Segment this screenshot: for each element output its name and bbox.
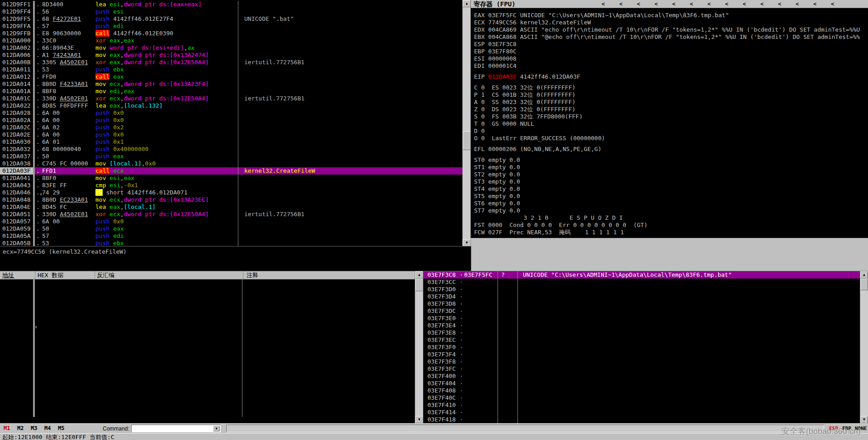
- tab-m4[interactable]: M4: [44, 425, 51, 431]
- register-line[interactable]: ST5 empty 0.0: [474, 193, 868, 200]
- dump-row[interactable]: 012E102929A1 17602973sub dword ptr ds:[e…: [0, 402, 415, 410]
- tab-m3[interactable]: M3: [31, 425, 37, 431]
- disasm-row[interactable]: 012DA032.68 00000040push 0x40000000: [0, 146, 463, 153]
- dump-scroll-thumb[interactable]: [415, 279, 423, 291]
- dump-row[interactable]: 012E101D0000add byte ptr ds:[eax],al: [0, 374, 415, 381]
- dump-scrollbar[interactable]: ▲ ▼: [415, 271, 423, 423]
- disasm-row[interactable]: 012DA037.50push eax: [0, 153, 463, 160]
- dump-row[interactable]: 012E101F0090 16742F64add byte ptr ds:[ea…: [0, 381, 415, 388]
- disasm-row[interactable]: 012DA046.∨74 29je short 4142ff46.012DA07…: [0, 189, 463, 196]
- chevron-left-icon[interactable]: <: [602, 1, 605, 7]
- register-line[interactable]: ST1 empty 0.0: [474, 164, 868, 171]
- scroll-up-icon[interactable]: ▲: [463, 0, 471, 7]
- stack-scrollbar[interactable]: ▲ ▼: [860, 271, 868, 423]
- chevron-left-icon[interactable]: <: [760, 1, 764, 7]
- dump-row[interactable]: 012E10000C 00or al,0x0: [0, 279, 415, 287]
- register-line[interactable]: ST4 empty 0.0: [474, 185, 868, 193]
- disasm-row[interactable]: 012DA05B.53push ebx: [0, 240, 463, 246]
- disassembly-pane[interactable]: 012D9FF1.8D3400lea esi,dword ptr ds:[eax…: [0, 0, 463, 246]
- disasm-row[interactable]: 012DA051.330D A4502E01xor ecx,dword ptr …: [0, 211, 463, 218]
- dropdown-arrow-icon[interactable]: ▼: [213, 426, 220, 431]
- dump-header-hex[interactable]: HEX 数据: [38, 271, 63, 279]
- hex-dump-pane[interactable]: 地址 HEX 数据 反汇编 注释 012E10000C 00or al,0x00…: [0, 271, 415, 423]
- disasm-row[interactable]: 012DA041.8BF0mov esi,eax: [0, 175, 463, 182]
- disasm-row[interactable]: 012DA006.A1 74243A01mov eax,dword ptr ds…: [0, 52, 463, 59]
- registers-pane[interactable]: 寄存器 (FPU) <<<<<<<<<<<<<< EAX 03E7F5FC UN…: [471, 0, 868, 238]
- register-line[interactable]: ST2 empty 0.0: [474, 171, 868, 178]
- dump-row[interactable]: 012E101B0012add byte ptr ds:[edx],dl: [0, 366, 415, 374]
- chevron-left-icon[interactable]: <: [637, 1, 640, 7]
- disasm-row[interactable]: 012DA04E.8D45 FClea eax,[local.1]: [0, 203, 463, 211]
- register-line[interactable]: ST0 empty 0.0: [474, 156, 868, 164]
- dump-row[interactable]: 012E1009DA0Ffimul dword ptr ds:[edi]: [0, 301, 415, 308]
- stack-row[interactable]: 03E7F3C8·03E7F5FC?UNICODE "C:\Users\ADMI…: [423, 271, 860, 279]
- register-line[interactable]: P 1 CS 001B 32位 0(FFFFFFFF): [474, 91, 868, 99]
- chevron-left-icon[interactable]: <: [778, 1, 781, 7]
- register-line[interactable]: T 0 GS 0000 NULL: [474, 120, 868, 128]
- register-line[interactable]: Z 0 DS 0023 32位 0(FFFFFFFF): [474, 106, 868, 113]
- disasm-row[interactable]: 012DA00B.3305 A4502E01xor eax,dword ptr …: [0, 59, 463, 66]
- disasm-row[interactable]: 012D9FF1.8D3400lea esi,dword ptr ds:[eax…: [0, 1, 463, 8]
- chevron-left-icon[interactable]: <: [690, 1, 693, 7]
- dump-row[interactable]: 012E10110000add byte ptr ds:[eax],al: [0, 330, 415, 337]
- chevron-left-icon[interactable]: <: [707, 1, 711, 7]
- dump-row[interactable]: 012E100BF7FAidiv edx: [0, 308, 415, 316]
- disasm-row[interactable]: 012DA05A.57push edi: [0, 232, 463, 240]
- disasm-row[interactable]: 012DA002.66:89043Emov word ptr ds:[esi+e…: [0, 44, 463, 52]
- dump-row[interactable]: 012E100F∨73 00jnb short 4142ff46.012E101…: [0, 323, 415, 330]
- disasm-row[interactable]: 012DA059.50push eax: [0, 225, 463, 232]
- stack-row[interactable]: 03E7F3E8·004CA868h∠.ASCII "@echo off\r\n…: [423, 329, 860, 336]
- tab-m2[interactable]: M2: [17, 425, 24, 431]
- disasm-row[interactable]: 012DA038.C745 FC 00000000mov [local.1],0…: [0, 160, 463, 167]
- stack-row[interactable]: 03E7F408·004E0049I.N.: [423, 387, 860, 394]
- dump-row[interactable]: 012E10190000add byte ptr ds:[eax],al: [0, 359, 415, 366]
- register-line[interactable]: ESI 00000008: [474, 55, 868, 62]
- stack-row[interactable]: 03E7F414·00700041A.p.: [423, 409, 860, 416]
- stack-row[interactable]: 03E7F3E4·00000000....: [423, 322, 860, 329]
- disasm-row[interactable]: 012DA030.6A 01push 0x1: [0, 138, 463, 146]
- register-line[interactable]: ESP 03E7F3C8: [474, 41, 868, 48]
- scroll-up-icon[interactable]: ▲: [415, 271, 423, 279]
- command-input[interactable]: ▼: [131, 425, 221, 432]
- register-line[interactable]: O 0 LastErr ERROR_SUCCESS (00000000): [474, 135, 868, 142]
- register-line[interactable]: C 0 ES 0023 32位 0(FFFFFFFF): [474, 84, 868, 91]
- disasm-row[interactable]: 012D9FFA.57push edi: [0, 23, 463, 30]
- disasm-row[interactable]: 012DA000.33C0xor eax,eax: [0, 37, 463, 44]
- disasm-row[interactable]: 012DA011.53push ebx: [0, 66, 463, 73]
- dump-header-address[interactable]: 地址: [2, 271, 14, 279]
- register-line[interactable]: EFL 00000206 (NO,NB,NE,A,NS,PE,GE,G): [474, 146, 868, 153]
- register-line[interactable]: EAX 03E7F5FC UNICODE "C:\Users\ADMINI~1\…: [474, 12, 868, 19]
- stack-row[interactable]: 03E7F3F4·0055005C\.U.: [423, 351, 860, 358]
- stack-row[interactable]: 03E7F3DC·00000000....: [423, 308, 860, 315]
- register-line[interactable]: D 0: [474, 128, 868, 135]
- disasm-row[interactable]: 012DA02C.6A 02push 0x2: [0, 124, 463, 131]
- disasm-row[interactable]: 012DA02A.6A 00push 0x0: [0, 117, 463, 124]
- disasm-row[interactable]: 012DA022.8D85 F0FDFFFFlea eax,[local.132…: [0, 102, 463, 109]
- scroll-down-icon[interactable]: ▼: [463, 239, 471, 246]
- disasm-row[interactable]: 012D9FF5.68 F4272E01push 4142ff46.012E27…: [0, 15, 463, 23]
- register-line[interactable]: S 0 FS 003B 32位 7FFD8000(FFF): [474, 113, 868, 120]
- dump-row[interactable]: 012E10020000add byte ptr ds:[eax],al: [0, 287, 415, 294]
- register-line[interactable]: A 0 SS 0023 32位 0(FFFFFFFF): [474, 99, 868, 106]
- register-line[interactable]: EDI 000001C4: [474, 62, 868, 70]
- stack-row[interactable]: 03E7F40C·007E0049I.~.: [423, 394, 860, 402]
- stack-pane[interactable]: 03E7F3C8·03E7F5FC?UNICODE "C:\Users\ADMI…: [423, 271, 860, 423]
- dump-row[interactable]: 012E1025DE55 CCficom word ptr ss:[ebp-0x…: [0, 388, 415, 395]
- register-line[interactable]: ST6 empty 0.0: [474, 200, 868, 207]
- stack-row[interactable]: 03E7F3E0·00000000....: [423, 315, 860, 322]
- dump-row[interactable]: 012E102F9Dpopfd: [0, 410, 415, 417]
- stack-row[interactable]: 03E7F3EC·00000000....: [423, 336, 860, 344]
- disasm-scroll-thumb[interactable]: [463, 131, 471, 150]
- stack-row[interactable]: 03E7F3F8·00650073s.e.: [423, 358, 860, 365]
- disasm-row[interactable]: 012DA048.8B0D EC233A01mov ecx,dword ptr …: [0, 196, 463, 203]
- chevron-left-icon[interactable]: <: [831, 1, 834, 7]
- stack-row[interactable]: 03E7F418·00440070p.D.: [423, 416, 860, 423]
- tab-m5[interactable]: M5: [58, 425, 64, 431]
- dump-row[interactable]: 012E10130000add byte ptr ds:[eax],al: [0, 337, 415, 345]
- register-line[interactable]: EDX 004CA869 ASCII "echo off\r\ntimeout …: [474, 26, 868, 33]
- dump-row[interactable]: 012E10150000add byte ptr ds:[eax],al: [0, 345, 415, 352]
- stack-row[interactable]: 03E7F3F0·003A0043C.:.UNICODE "砀": [423, 344, 860, 351]
- stack-row[interactable]: 03E7F3FC·00730072r.s.: [423, 365, 860, 373]
- stack-row[interactable]: 03E7F404·004D0044D.M.: [423, 380, 860, 387]
- chevron-left-icon[interactable]: <: [743, 1, 746, 7]
